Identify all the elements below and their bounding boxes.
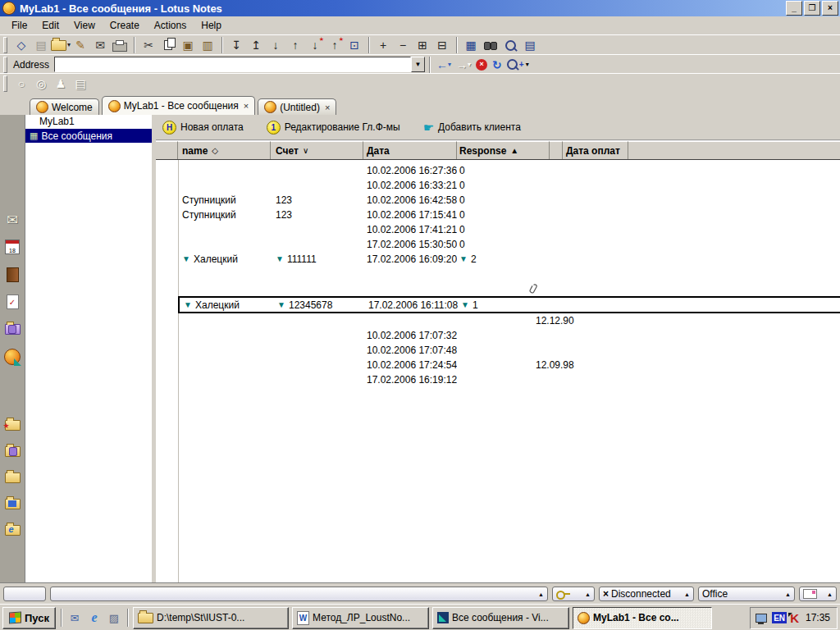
column-header-gutter[interactable] — [156, 141, 178, 159]
status-message-area[interactable]: ▲ — [50, 587, 548, 601]
collapse-icon[interactable]: − — [393, 36, 413, 54]
twisty-icon[interactable]: ▼ — [184, 299, 195, 312]
column-header-date[interactable]: Дата — [363, 141, 457, 159]
status-mail-button[interactable]: ▲ — [799, 587, 837, 601]
nav-top-icon[interactable]: ↥ — [246, 36, 266, 54]
table-row-selected[interactable]: ▼Халецкий▼1234567817.02.2006 16:11:08▼1 — [178, 296, 840, 313]
nav-prev-unread-icon[interactable]: ↑ — [325, 36, 345, 54]
language-indicator[interactable]: EN — [772, 612, 787, 623]
show-desktop-icon[interactable]: ▨ — [106, 609, 122, 626]
internet-explorer-icon[interactable]: e — [86, 609, 103, 626]
more-bookmarks-folder-icon[interactable] — [2, 468, 22, 487]
internet-explorer-links-folder-icon[interactable]: e — [2, 520, 22, 540]
table-row[interactable]: ▼Халецкий▼11111117.02.2006 16:09:20▼2 — [156, 252, 840, 267]
add-client-button[interactable]: ☛ Добавить клиента — [423, 121, 521, 134]
mail-icon[interactable]: ✉ — [2, 210, 22, 230]
twisty-icon[interactable]: ▼ — [461, 299, 472, 312]
column-header-narrow[interactable] — [550, 141, 563, 159]
open-diamond-icon[interactable]: ◇ — [11, 36, 31, 54]
paste-icon[interactable]: ▣ — [178, 36, 198, 54]
twisty-icon[interactable]: ▼ — [277, 299, 289, 312]
table-row[interactable]: 17.02.2006 16:19:12 — [156, 372, 840, 387]
address-dropdown-button[interactable]: ▼ — [411, 57, 425, 72]
column-header-paid-date[interactable]: Дата оплат — [563, 141, 628, 159]
tab-all-messages[interactable]: MyLab1 - Все сообщения × — [102, 96, 255, 115]
twisty-icon[interactable]: ▼ — [182, 252, 194, 267]
menu-create[interactable]: Create — [103, 18, 146, 33]
tab-close-icon[interactable]: × — [325, 103, 330, 112]
status-network-button[interactable] — [3, 587, 46, 601]
network-computer-icon[interactable] — [756, 614, 767, 623]
taskbar-task-folder[interactable]: D:\temp\St\IUST-0... — [133, 607, 289, 629]
table-row[interactable]: Ступницкий12310.02.2006 16:42:580 — [156, 193, 840, 208]
compose-icon[interactable]: ✎ — [71, 36, 90, 54]
tab-untitled[interactable]: (Untitled) × — [258, 98, 336, 115]
table-row[interactable]: 10.02.2006 17:41:210 — [156, 222, 840, 237]
workspace-icon[interactable] — [2, 347, 22, 367]
discovery-table-icon[interactable]: ▦ — [461, 36, 481, 54]
table-row[interactable]: 10.02.2006 16:27:360 — [156, 163, 840, 178]
save-icon[interactable]: ▤ — [31, 36, 51, 54]
minimize-button[interactable]: _ — [786, 1, 802, 16]
menu-actions[interactable]: Actions — [148, 18, 193, 33]
nav-prev-icon[interactable]: ↑ — [285, 36, 305, 54]
table-row[interactable]: 10.02.2006 16:33:210 — [156, 178, 840, 193]
refresh-icon[interactable]: ↻ — [490, 57, 504, 72]
table-row[interactable]: 10.02.2006 17:07:48 — [156, 343, 840, 358]
table-row[interactable]: 17.02.2006 15:30:500 — [156, 237, 840, 252]
edit-main-form-button[interactable]: 1 Редактирование Гл.Ф-мы — [267, 121, 400, 135]
address-input[interactable] — [54, 57, 411, 72]
todo-icon[interactable]: ✓ — [2, 292, 22, 312]
status-popup-arrow-icon[interactable]: ▲ — [679, 591, 690, 597]
taskbar-task-notes-active[interactable]: MyLab1 - Все со... — [573, 607, 712, 629]
taskbar-task-designer[interactable]: Все сообщения - Vi... — [432, 607, 569, 629]
taskbar-task-word[interactable]: W Метод_ЛР_LoustNo... — [292, 607, 429, 629]
find-binoculars-icon[interactable] — [481, 36, 500, 54]
column-header-response[interactable]: Response ▲ — [457, 141, 550, 159]
document-properties-icon[interactable]: ▤ — [520, 36, 540, 54]
database-folder-icon[interactable] — [2, 319, 22, 339]
status-popup-arrow-icon[interactable]: ▲ — [533, 591, 544, 597]
nav-next-icon[interactable]: ↓ — [266, 36, 285, 54]
folder-open-dropdown-icon[interactable]: ▾ — [51, 36, 71, 54]
menu-view[interactable]: View — [67, 18, 102, 33]
new-payment-button[interactable]: H Новая оплата — [162, 121, 244, 135]
tab-welcome[interactable]: Welcome — [30, 98, 99, 115]
column-header-schet[interactable]: Счет ∨ — [271, 141, 363, 159]
toolbar-grip[interactable] — [3, 57, 7, 73]
nav-next-unread-icon[interactable]: ↓ — [305, 36, 325, 54]
paste-special-icon[interactable]: ▥ — [198, 36, 217, 54]
back-button[interactable]: ←▾ — [434, 57, 454, 72]
table-row[interactable]: 10.02.2006 17:07:32 — [156, 328, 840, 343]
column-header-name[interactable]: name ◇ — [178, 141, 271, 159]
title-bar[interactable]: MyLab1 - Все сообщения - Lotus Notes _ ❐… — [0, 0, 840, 16]
collapse-all-icon[interactable]: ⊟ — [432, 36, 452, 54]
twisty-icon[interactable]: ▼ — [459, 252, 471, 267]
forward-button[interactable]: →▾ — [454, 57, 473, 72]
navigator-item-all-messages[interactable]: ▦ Все сообщения — [25, 129, 152, 143]
favorite-bookmarks-folder-icon[interactable]: ★ — [2, 415, 22, 435]
status-popup-arrow-icon[interactable]: ▲ — [822, 591, 833, 597]
status-connection-button[interactable]: × Disconnected ▲ — [599, 587, 694, 601]
twisty-icon[interactable]: ▼ — [276, 252, 287, 267]
quick-launch-mail-icon[interactable]: ✉ — [66, 609, 83, 626]
search-magnifier-icon[interactable] — [500, 36, 520, 54]
status-popup-arrow-icon[interactable]: ▲ — [780, 591, 791, 597]
kaspersky-icon[interactable]: K — [790, 611, 799, 625]
expand-all-icon[interactable]: ⊞ — [413, 36, 432, 54]
start-button[interactable]: Пуск — [2, 607, 56, 629]
table-row[interactable]: 10.02.2006 17:24:5412.09.98 — [156, 358, 840, 372]
database-bookmarks-folder-icon[interactable] — [2, 441, 22, 461]
cut-icon[interactable]: ✂ — [139, 36, 158, 54]
expand-icon[interactable]: + — [373, 36, 393, 54]
close-button[interactable]: × — [822, 1, 838, 16]
menu-help[interactable]: Help — [194, 18, 228, 33]
toolbar-grip[interactable] — [3, 37, 7, 53]
status-popup-arrow-icon[interactable]: ▲ — [580, 591, 591, 597]
refresh-frame-icon[interactable]: ⊡ — [345, 36, 364, 54]
print-icon[interactable] — [110, 36, 130, 54]
nav-bottom-icon[interactable]: ↧ — [226, 36, 246, 54]
table-row[interactable]: Ступницкий12310.02.2006 17:15:410 — [156, 208, 840, 222]
copy-icon[interactable] — [158, 36, 178, 54]
search-scope-icon[interactable]: +▾ — [504, 58, 532, 71]
